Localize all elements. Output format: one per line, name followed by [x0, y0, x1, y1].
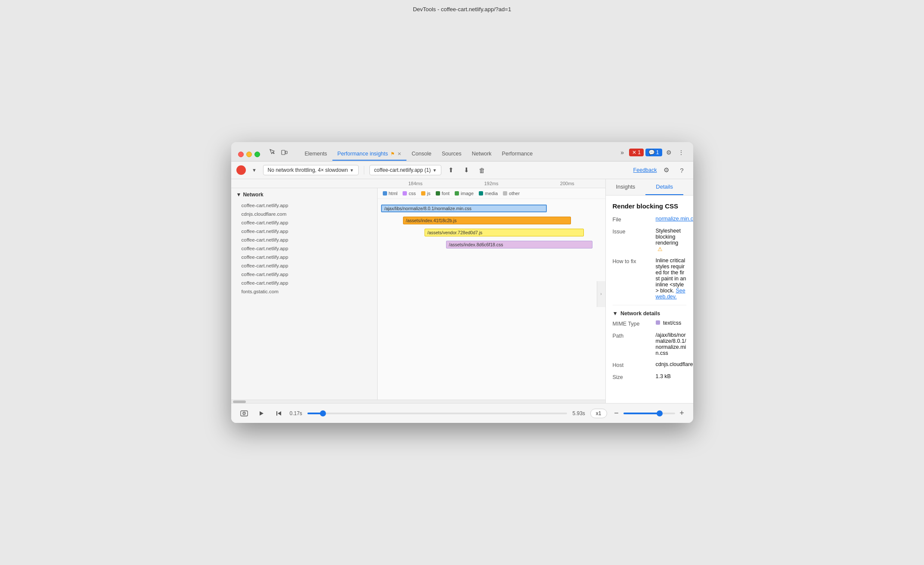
svg-marker-7	[278, 411, 281, 416]
zoom-track[interactable]	[623, 413, 675, 414]
tab-warning-icon: ⚑	[391, 151, 395, 157]
legend-bar: html css js font	[378, 188, 605, 199]
more-options-icon[interactable]: ⋮	[676, 147, 686, 158]
ruler-tick-200: 200ms	[529, 181, 605, 186]
timeline-bar-normalize-css[interactable]: /ajax/libs/normalize/8.0.1/normalize.min…	[381, 205, 547, 212]
devtools-toolbar-icons	[267, 147, 289, 161]
time-end-label: 5.93s	[572, 410, 585, 416]
network-item[interactable]: coffee-cart.netlify.app	[231, 201, 377, 210]
tab-elements[interactable]: Elements	[300, 148, 332, 161]
tab-performance-insights[interactable]: Performance insights ⚑ ✕	[332, 148, 406, 161]
close-button[interactable]	[238, 152, 244, 157]
timeline-ruler: 184ms 192ms 200ms	[231, 179, 605, 188]
detail-row-file: File normalize.min.css	[613, 216, 686, 223]
tab-close-icon[interactable]: ✕	[397, 151, 401, 157]
tabs-bar: Elements Performance insights ⚑ ✕ Consol…	[296, 148, 542, 161]
scrubber-track[interactable]	[307, 413, 567, 414]
error-badge-button[interactable]: ✕ 1	[629, 149, 644, 156]
network-item[interactable]: coffee-cart.netlify.app	[231, 270, 377, 279]
bars-area: /ajax/libs/normalize/8.0.1/normalize.min…	[378, 199, 605, 254]
expand-handle[interactable]: ›	[597, 281, 605, 307]
toolbar-separator	[364, 166, 364, 174]
horizontal-scrollbar[interactable]	[231, 400, 605, 403]
legend-font: font	[436, 191, 450, 196]
mime-dot	[656, 320, 660, 325]
tab-insights[interactable]: Insights	[606, 179, 646, 195]
settings-button[interactable]: ⚙	[660, 164, 673, 176]
zoom-controls: − +	[612, 409, 686, 418]
timeline-bar-vendor-js[interactable]: /assets/vendor.728ed0d7.js	[425, 229, 584, 236]
legend-image: image	[455, 191, 474, 196]
skip-to-start-button[interactable]	[273, 407, 285, 419]
network-item[interactable]: coffee-cart.netlify.app	[231, 244, 377, 253]
minimize-button[interactable]	[246, 152, 252, 157]
network-list: ▼ Network coffee-cart.netlify.app cdnjs.…	[231, 188, 378, 400]
network-item[interactable]: cdnjs.cloudflare.com	[231, 210, 377, 218]
detail-row-path: Path /ajax/libs/normalize/8.0.1/normaliz…	[613, 332, 686, 356]
upload-button[interactable]: ⬆	[445, 164, 457, 176]
ruler-tick-192: 192ms	[453, 181, 529, 186]
help-button[interactable]: ?	[676, 164, 688, 176]
message-badge-button[interactable]: 💬 1	[645, 149, 662, 156]
warning-icon: ⚠	[657, 246, 663, 252]
tab-console[interactable]: Console	[406, 148, 437, 161]
delete-button[interactable]: 🗑	[476, 164, 488, 176]
throttling-dropdown[interactable]: No network throttling, 4× slowdown ▼	[263, 165, 359, 175]
timeline-bar-index-css[interactable]: /assets/index.8d6c6f18.css	[446, 241, 592, 248]
network-item[interactable]: fonts.gstatic.com	[231, 287, 377, 296]
legend-html: html	[383, 191, 398, 196]
time-start-label: 0.17s	[290, 410, 302, 416]
detail-row-issue: Issue Stylesheet blocking rendering ⚠	[613, 228, 686, 252]
svg-rect-0	[282, 150, 285, 155]
tab-details[interactable]: Details	[645, 179, 683, 195]
url-arrow-icon: ▼	[432, 168, 437, 173]
more-tabs-button[interactable]: »	[617, 147, 627, 158]
zoom-thumb	[657, 410, 663, 416]
zoom-fill	[623, 413, 660, 414]
record-button[interactable]	[236, 165, 246, 175]
bar-row: /assets/index.8d6c6f18.css	[379, 239, 604, 251]
download-button[interactable]: ⬇	[460, 164, 472, 176]
play-button[interactable]	[255, 407, 267, 419]
tab-sources[interactable]: Sources	[437, 148, 467, 161]
maximize-button[interactable]	[254, 152, 260, 157]
network-item[interactable]: coffee-cart.netlify.app	[231, 236, 377, 244]
network-item[interactable]: coffee-cart.netlify.app	[231, 253, 377, 261]
tab-performance[interactable]: Performance	[497, 148, 538, 161]
legend-js-dot	[421, 191, 425, 196]
left-panel: 184ms 192ms 200ms ▼ Network coffee-cart.…	[231, 179, 606, 403]
url-dropdown[interactable]: coffee-cart.netlify.app (1) ▼	[369, 165, 442, 175]
tab-network[interactable]: Network	[467, 148, 497, 161]
speed-button[interactable]: x1	[590, 409, 607, 418]
zoom-in-button[interactable]: +	[678, 409, 686, 418]
file-link[interactable]: normalize.min.css	[656, 216, 693, 222]
zoom-out-button[interactable]: −	[612, 409, 621, 418]
settings-icon[interactable]: ⚙	[664, 147, 674, 158]
bar-row: /assets/vendor.728ed0d7.js	[379, 227, 604, 239]
screenshot-button[interactable]	[238, 407, 250, 419]
legend-media: media	[479, 191, 498, 196]
svg-rect-6	[276, 411, 277, 416]
details-content: Render blocking CSS File normalize.min.c…	[606, 196, 693, 392]
section-title: Render blocking CSS	[613, 202, 686, 210]
legend-font-dot	[436, 191, 440, 196]
device-toolbar-icon[interactable]	[279, 147, 289, 158]
network-header[interactable]: ▼ Network	[231, 188, 377, 201]
network-section: ▼ Network coffee-cart.netlify.app cdnjs.…	[231, 188, 605, 400]
network-item[interactable]: coffee-cart.netlify.app	[231, 279, 377, 287]
network-item[interactable]: coffee-cart.netlify.app	[231, 261, 377, 270]
legend-image-dot	[455, 191, 459, 196]
svg-point-4	[244, 413, 245, 414]
network-item[interactable]: coffee-cart.netlify.app	[231, 218, 377, 227]
main-content: 184ms 192ms 200ms ▼ Network coffee-cart.…	[231, 179, 693, 403]
detail-row-host: Host cdnjs.cloudflare.com	[613, 361, 686, 368]
legend-other-dot	[503, 191, 507, 196]
network-details-section: ▼ Network details MIME Type text/css Pat…	[613, 305, 686, 380]
network-details-header[interactable]: ▼ Network details	[613, 305, 686, 320]
timeline-bar-index-js[interactable]: /assets/index.41f18c2b.js	[403, 217, 571, 224]
inspect-icon[interactable]	[267, 147, 277, 158]
network-item[interactable]: coffee-cart.netlify.app	[231, 227, 377, 236]
bottom-bar: 0.17s 5.93s x1 − +	[231, 403, 693, 423]
feedback-link[interactable]: Feedback	[633, 167, 657, 173]
dropdown-arrow-icon[interactable]: ▼	[249, 165, 260, 175]
